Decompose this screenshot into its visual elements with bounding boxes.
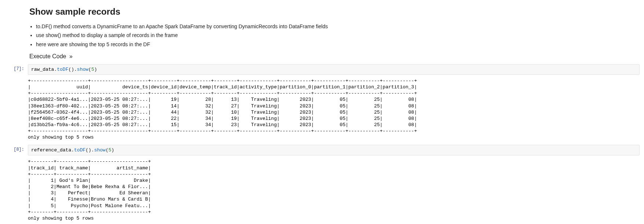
notes-list: to.DF() method converts a DynamicFrame t… [36, 23, 629, 48]
input-prompt: [7]: [0, 64, 28, 71]
anchor-link[interactable]: Execute Code » [29, 53, 629, 60]
code-token: ( [88, 67, 91, 72]
code-input[interactable]: reference_data.toDF().show(5) [28, 145, 640, 155]
code-token: 5 [91, 67, 94, 72]
code-cell: [7]: raw_data.toDF().show(5) [0, 64, 644, 75]
section-heading: Show sample records [29, 7, 629, 17]
code-token: show [94, 147, 106, 153]
arrow-icon: » [69, 53, 73, 59]
code-token: 5 [109, 147, 111, 153]
code-token: show [77, 67, 88, 72]
code-token: reference_data [31, 147, 71, 153]
code-token: raw_data [31, 67, 54, 72]
code-token: toDF [57, 67, 68, 72]
code-token: . [71, 147, 74, 153]
markdown-block: Show sample records to.DF() method conve… [29, 7, 629, 60]
list-item: here were are showing the top 5 records … [36, 41, 629, 48]
code-input[interactable]: raw_data.toDF().show(5) [28, 64, 640, 75]
code-token: ) [111, 147, 114, 153]
anchor-label: Execute Code [29, 53, 66, 59]
code-token: (). [85, 147, 94, 153]
code-token: ( [106, 147, 109, 153]
list-item: use show() method to display a sample of… [36, 32, 629, 39]
code-token: (). [68, 67, 77, 72]
notebook: Show sample records to.DF() method conve… [0, 0, 644, 224]
code-output: +--------+-----------+------------------… [28, 156, 640, 222]
code-cell: [8]: reference_data.toDF().show(5) [0, 145, 644, 155]
input-prompt: [8]: [0, 145, 28, 152]
code-token: toDF [74, 147, 85, 153]
code-token: ) [94, 67, 97, 72]
code-output: +--------------------+------------------… [28, 76, 640, 142]
list-item: to.DF() method converts a DynamicFrame t… [36, 23, 629, 30]
